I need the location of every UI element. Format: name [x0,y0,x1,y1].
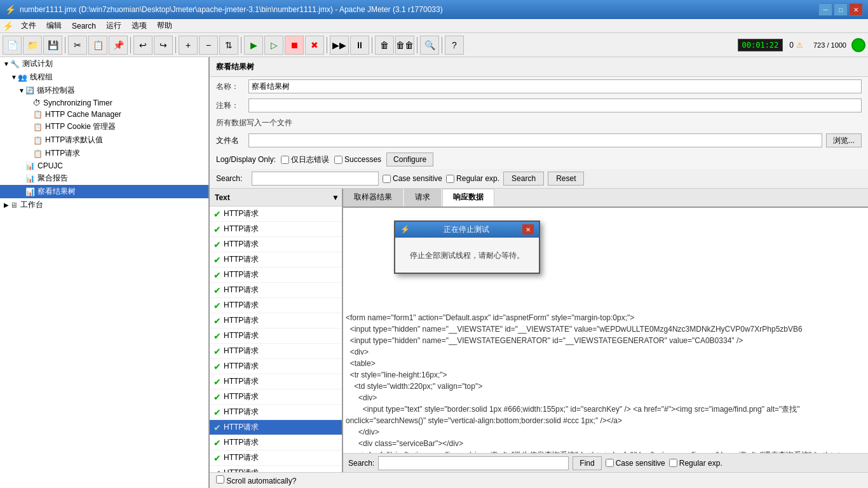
list-item[interactable]: ✔HTTP请求 [210,283,342,298]
bottom-case-sensitive-checkbox[interactable] [606,459,614,467]
menu-search[interactable]: Search [67,20,101,32]
list-item[interactable]: ✔HTTP请求 [210,359,342,374]
cut-button[interactable]: ✂ [68,36,87,55]
tree-item-sync-timer[interactable]: ⏱ Synchronizing Timer [0,97,208,109]
filename-row: 文件名 浏览... [210,131,868,150]
bottom-search-input[interactable] [378,456,569,470]
list-item[interactable]: ✔HTTP请求 [210,298,342,313]
list-item[interactable]: ✔HTTP请求 [210,268,342,283]
list-collapse-arrow[interactable]: ▼ [329,193,342,202]
clear-all-button[interactable]: 🗑🗑 [395,36,414,55]
bottom-regular-exp-checkbox[interactable] [669,459,677,467]
tab-response-data[interactable]: 响应数据 [442,189,494,207]
help-toolbar-button[interactable]: ? [445,36,464,55]
expand-button[interactable]: ⇅ [219,36,238,55]
tab-sampler-result[interactable]: 取样器结果 [343,189,403,207]
redo-button[interactable]: ↪ [154,36,173,55]
bottom-case-sensitive-text: Case sensitive [616,459,665,468]
list-item[interactable]: ✔HTTP请求 [210,390,342,405]
clear-button[interactable]: 🗑 [375,36,394,55]
configure-button[interactable]: Configure [386,152,433,166]
start-no-pause-button[interactable]: ▷ [264,36,283,55]
content-line: <input type="hidden" name="__VIEWSTATEGE… [346,335,865,346]
shutdown-button[interactable]: ✖ [305,36,324,55]
search-input[interactable] [252,172,379,186]
name-label: 名称： [216,81,245,92]
expand-icon-defaults [25,137,33,144]
open-button[interactable]: 📁 [23,36,42,55]
list-item[interactable]: ✔HTTP请求 [210,329,342,344]
close-button[interactable]: ✕ [849,3,863,16]
save-button[interactable]: 💾 [43,36,62,55]
name-input[interactable] [248,79,862,93]
list-item[interactable]: ✔HTTP请求 [210,344,342,359]
tab-request[interactable]: 请求 [404,189,441,207]
regular-exp-checkbox[interactable] [446,175,454,183]
name-row: 名称： [210,77,868,96]
case-sensitive-label[interactable]: Case sensitive [383,174,442,183]
menu-options[interactable]: 选项 [126,19,152,32]
list-scroll[interactable]: ✔HTTP请求 ✔HTTP请求 ✔HTTP请求 ✔HTTP请求 ✔HTTP请求 … [210,207,342,472]
copy-button[interactable]: 📋 [88,36,107,55]
remote-start-button[interactable]: ▶▶ [330,36,349,55]
toolbar-divider-8 [442,37,442,53]
scroll-auto-checkbox[interactable] [216,475,224,484]
tree-item-cache-mgr[interactable]: 📋 HTTP Cache Manager [0,109,208,120]
list-item[interactable]: ✔HTTP请求 [210,374,342,390]
test-plan-label: 测试计划 [22,58,53,69]
minimize-button[interactable]: ─ [818,3,832,16]
app-icon: ⚡ [5,4,16,15]
error-only-checkbox[interactable] [281,156,289,164]
list-item[interactable]: ✔HTTP请求 [210,207,342,222]
stop-dialog-close-button[interactable]: ✕ [522,224,534,234]
list-item[interactable]: ✔HTTP请求 [210,466,342,472]
case-sensitive-checkbox[interactable] [383,175,391,183]
tree-item-http-defaults[interactable]: 📋 HTTP请求默认值 [0,133,208,147]
tree-item-test-plan[interactable]: ▼ 🔧 测试计划 [0,57,208,71]
list-item[interactable]: ✔HTTP请求 [210,252,342,268]
find-button[interactable]: Find [573,456,601,470]
menu-run[interactable]: 运行 [101,19,126,32]
bottom-regular-exp-label[interactable]: Regular exp. [669,459,722,468]
reset-button[interactable]: Reset [548,172,584,186]
tree-item-cookie-mgr[interactable]: 📋 HTTP Cookie 管理器 [0,120,208,133]
search-toolbar-button[interactable]: 🔍 [420,36,439,55]
regular-exp-label[interactable]: Regular exp. [446,174,499,183]
tree-item-thread-group[interactable]: ▼ 👥 线程组 [0,71,208,84]
tree-item-view-tree[interactable]: 📊 察看结果树 [0,185,208,198]
search-button[interactable]: Search [503,172,544,186]
start-button[interactable]: ▶ [244,36,263,55]
remove-button[interactable]: − [199,36,218,55]
tree-item-http-req[interactable]: 📋 HTTP请求 [0,147,208,160]
new-button[interactable]: 📄 [3,36,22,55]
successes-checkbox[interactable] [334,156,342,164]
list-item[interactable]: ✔HTTP请求 [210,222,342,237]
menu-file[interactable]: 文件 [16,19,41,32]
add-button[interactable]: + [179,36,198,55]
comment-input[interactable] [248,98,862,112]
list-item[interactable]: ✔HTTP请求 [210,313,342,329]
menu-help[interactable]: 帮助 [152,19,177,32]
remote-stop-button[interactable]: ⏸ [350,36,369,55]
list-item[interactable]: ✔HTTP请求 [210,405,342,420]
tree-item-cpujc[interactable]: 📊 CPUJC [0,160,208,172]
undo-button[interactable]: ↩ [133,36,153,55]
paste-button[interactable]: 📌 [109,36,128,55]
cookie-mgr-icon: 📋 [33,123,43,132]
tree-item-aggregate[interactable]: 📊 聚合报告 [0,172,208,185]
maximize-button[interactable]: □ [834,3,848,16]
error-only-check-label[interactable]: 仅日志错误 [281,154,329,165]
list-item[interactable]: ✔HTTP请求 [210,451,342,466]
list-item-selected[interactable]: ✔HTTP请求 [210,420,342,435]
successes-check-label[interactable]: Successes [334,155,381,164]
list-item[interactable]: ✔HTTP请求 [210,237,342,252]
scroll-auto-label[interactable]: Scroll automatically? [216,475,296,485]
menu-edit[interactable]: 编辑 [41,19,67,32]
browse-button[interactable]: 浏览... [826,133,862,147]
tree-item-loop-ctrl[interactable]: ▼ 🔄 循环控制器 [0,84,208,97]
list-item[interactable]: ✔HTTP请求 [210,435,342,451]
bottom-case-sensitive-label[interactable]: Case sensitive [606,459,665,468]
tree-item-workbench[interactable]: ▶ 🖥 工作台 [0,198,208,212]
filename-input[interactable] [248,133,822,147]
stop-button[interactable]: ⏹ [285,36,304,55]
